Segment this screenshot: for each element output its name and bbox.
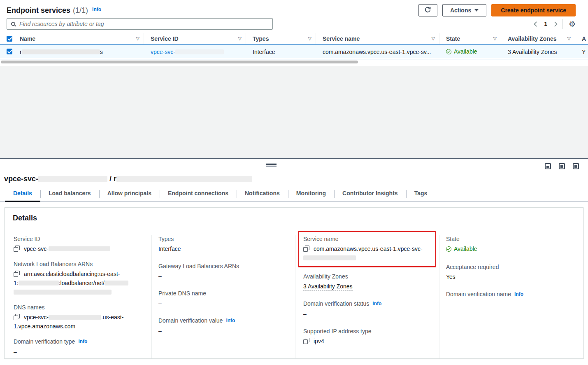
details-card-body: Service ID vpce-svc- Network Load Balanc… (5, 228, 583, 359)
page-title: Endpoint services (7, 6, 70, 15)
endpoint-services-page: Endpoint services (1/1) Info Actions Cre… (0, 0, 588, 365)
info-link[interactable]: Info (78, 339, 87, 344)
field-value: Available (446, 244, 575, 254)
field-value: – (446, 300, 575, 309)
column-header-acceptance[interactable]: A (575, 33, 588, 44)
horizontal-scrollbar[interactable] (1, 61, 358, 63)
tab-load-balancers[interactable]: Load balancers (40, 188, 99, 201)
details-column-3: Service name com.amazonaws.vpce.us-east-… (295, 235, 439, 359)
sort-icon[interactable]: ▽ (238, 36, 242, 41)
actions-button-label: Actions (450, 7, 471, 14)
panel-size-medium-icon[interactable] (559, 163, 565, 169)
sort-icon[interactable]: ▽ (567, 36, 571, 41)
field-value: Interface (158, 244, 287, 253)
page-header: Endpoint services (1/1) Info Actions Cre… (0, 0, 588, 16)
cell-state: Available (439, 48, 501, 56)
actions-button[interactable]: Actions (442, 4, 486, 16)
table-row[interactable]: rs vpce-svc- Interface com.amazonaws.vpc… (0, 44, 588, 59)
field-label: Domain verification nameInfo (446, 290, 575, 299)
pagination: 1 ⚙ (535, 19, 576, 29)
field-value: ipv4 (303, 337, 431, 346)
availability-zones-link[interactable]: 3 Availability Zones (303, 283, 353, 290)
sort-icon[interactable]: ▽ (308, 36, 311, 41)
sort-icon[interactable]: ▽ (136, 36, 139, 41)
field-value: vpce-svc-.us-east- 1.vpce.amazonaws.com (14, 313, 143, 331)
field-value: – (158, 271, 287, 281)
header-actions: Actions Create endpoint service (418, 4, 576, 16)
next-page-icon[interactable] (552, 21, 558, 27)
filter-row: 1 ⚙ (0, 16, 588, 30)
field-value: Yes (446, 272, 575, 281)
tab-contributor-insights[interactable]: Contributor Insights (334, 188, 406, 201)
current-page[interactable]: 1 (544, 21, 547, 27)
field-label: Availability Zones (303, 272, 431, 281)
copy-icon[interactable] (303, 338, 309, 344)
field-domain-verification-value: Domain verification valueInfo – (158, 316, 287, 335)
table-header-row: Name ▽ Service ID ▽ Types ▽ Service name… (0, 33, 588, 44)
details-heading: Details (13, 214, 575, 222)
redacted-text (22, 49, 100, 54)
panel-size-large-icon[interactable] (573, 163, 579, 169)
field-value: – (158, 299, 287, 308)
row-checkbox[interactable] (7, 49, 12, 54)
service-id-link[interactable]: vpce-svc- (151, 49, 224, 55)
panel-size-small-icon[interactable] (545, 163, 551, 169)
info-link[interactable]: Info (514, 291, 523, 297)
field-value: arn:aws:elasticloadbalancing:us-east- 1:… (14, 269, 143, 297)
details-column-4: State Available Acceptance required Yes … (439, 235, 583, 359)
field-value: – (158, 326, 287, 335)
copy-icon[interactable] (14, 271, 20, 277)
panel-size-controls (545, 163, 579, 169)
column-label: Types (253, 35, 269, 42)
field-label: Private DNS name (158, 289, 287, 298)
create-endpoint-service-button[interactable]: Create endpoint service (491, 4, 576, 16)
column-label: Service ID (151, 35, 179, 42)
info-link[interactable]: Info (372, 301, 381, 307)
redacted-text (49, 246, 110, 251)
redacted-text (105, 281, 128, 285)
field-domain-verification-type: Domain verification typeInfo – (14, 337, 143, 356)
info-link[interactable]: Info (226, 318, 235, 323)
search-icon (11, 22, 15, 26)
tab-notifications[interactable]: Notifications (237, 188, 288, 201)
column-header-availability-zones[interactable]: Availability Zones ▽ (501, 33, 575, 44)
previous-page-icon[interactable] (534, 21, 539, 27)
tab-tags[interactable]: Tags (406, 188, 436, 201)
tab-details[interactable]: Details (5, 188, 40, 201)
redacted-text (175, 49, 224, 54)
field-label: Acceptance required (446, 263, 575, 271)
field-dns-names: DNS names vpce-svc-.us-east- 1.vpce.amaz… (14, 303, 143, 331)
field-label: DNS names (14, 303, 143, 312)
column-header-service-name[interactable]: Service name ▽ (316, 33, 439, 44)
column-header-name[interactable]: Name ▽ (13, 33, 144, 44)
header-info-link[interactable]: Info (92, 7, 101, 12)
column-header-types[interactable]: Types ▽ (246, 33, 316, 44)
divider (562, 19, 563, 29)
copy-icon[interactable] (303, 246, 309, 252)
search-input[interactable] (19, 21, 268, 27)
sort-icon[interactable]: ▽ (432, 36, 435, 41)
settings-gear-icon[interactable]: ⚙ (569, 20, 576, 28)
select-all-checkbox[interactable] (7, 36, 12, 42)
cell-service-id: vpce-svc- (144, 49, 246, 55)
details-column-2: Types Interface Gateway Load Balancers A… (151, 235, 295, 359)
copy-icon[interactable] (14, 314, 20, 320)
refresh-button[interactable] (418, 4, 437, 16)
field-value: com.amazonaws.vpce.us-east-1.vpce-svc- (303, 244, 431, 262)
tab-endpoint-connections[interactable]: Endpoint connections (160, 188, 237, 201)
tab-allow-principals[interactable]: Allow principals (99, 188, 160, 201)
copy-icon[interactable] (14, 246, 20, 252)
field-gateway-lb-arns: Gateway Load Balancers ARNs – (158, 262, 287, 281)
panel-drag-handle[interactable] (266, 164, 277, 167)
column-header-service-id[interactable]: Service ID ▽ (144, 33, 246, 44)
availability-zones-link[interactable]: 3 Availability Zones (508, 49, 557, 55)
cell-types: Interface (246, 49, 316, 55)
redacted-text (116, 176, 252, 182)
endpoint-services-table: Name ▽ Service ID ▽ Types ▽ Service name… (0, 33, 588, 63)
search-box[interactable] (7, 18, 273, 30)
column-header-state[interactable]: State ▽ (439, 33, 501, 44)
sort-icon[interactable]: ▽ (493, 36, 497, 41)
field-domain-verification-name: Domain verification nameInfo – (446, 290, 575, 309)
redacted-text (38, 176, 107, 182)
tab-monitoring[interactable]: Monitoring (288, 188, 334, 201)
